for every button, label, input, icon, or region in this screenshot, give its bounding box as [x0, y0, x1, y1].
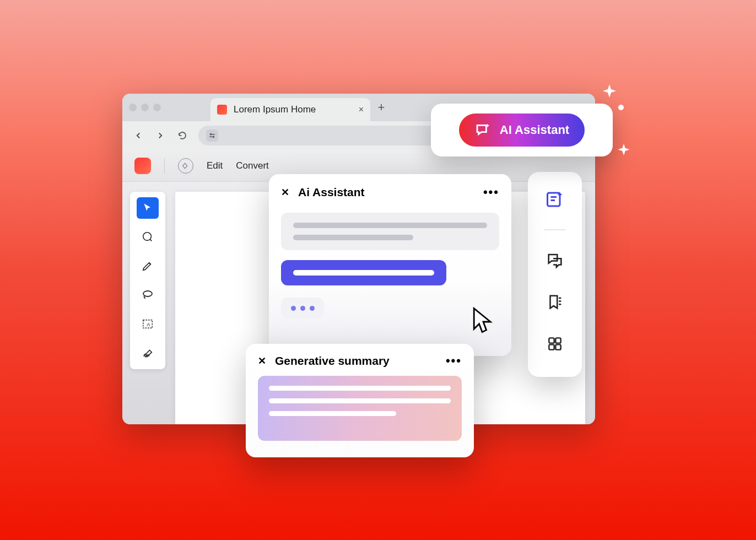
assistant-message	[281, 213, 499, 250]
svg-rect-16	[555, 344, 560, 349]
pan-tool-icon[interactable]	[178, 158, 193, 174]
text-placeholder	[293, 223, 487, 228]
menu-edit[interactable]: Edit	[207, 160, 223, 171]
more-icon[interactable]: •••	[446, 354, 462, 368]
sign-tool[interactable]	[137, 342, 159, 364]
svg-rect-15	[549, 344, 554, 349]
tab-favicon	[217, 105, 227, 115]
new-tab-button[interactable]: +	[370, 100, 392, 115]
select-tool[interactable]	[137, 197, 159, 219]
left-toolbar: A	[130, 192, 165, 369]
ai-assistant-chip: AI Assistant	[431, 104, 613, 156]
ai-assistant-button[interactable]: AI Assistant	[459, 114, 585, 147]
assistant-panel-title: Ai Assistant	[298, 186, 474, 199]
svg-point-6	[143, 291, 152, 296]
summary-content	[258, 376, 462, 441]
window-dot-2[interactable]	[141, 104, 149, 111]
close-icon[interactable]: ✕	[281, 186, 289, 198]
highlight-tool[interactable]	[137, 255, 159, 277]
back-button[interactable]	[132, 129, 144, 142]
text-placeholder	[293, 270, 434, 276]
reload-button[interactable]	[176, 129, 188, 142]
user-message	[281, 260, 446, 285]
svg-point-5	[143, 233, 152, 241]
close-icon[interactable]: ✕	[258, 355, 266, 367]
close-tab-icon[interactable]: ×	[359, 105, 364, 115]
forward-button[interactable]	[154, 129, 166, 142]
svg-point-2	[213, 136, 214, 137]
typing-indicator	[281, 298, 324, 318]
site-settings-icon[interactable]	[206, 129, 218, 142]
svg-rect-13	[549, 338, 554, 343]
text-placeholder	[293, 235, 413, 240]
app-logo[interactable]	[134, 158, 151, 174]
window-dot-1[interactable]	[129, 104, 137, 111]
more-icon[interactable]: •••	[483, 185, 499, 199]
cursor-icon	[471, 306, 496, 337]
toolbar-divider	[164, 158, 165, 174]
summary-panel: ✕ Generative summary •••	[246, 344, 474, 457]
apps-icon[interactable]	[543, 332, 567, 356]
tab-title: Lorem Ipsum Home	[234, 104, 352, 115]
lasso-tool[interactable]	[137, 284, 159, 306]
svg-point-0	[210, 134, 212, 135]
ai-assistant-label: AI Assistant	[500, 123, 569, 137]
svg-rect-14	[555, 338, 560, 343]
window-controls	[129, 104, 161, 111]
svg-text:A: A	[147, 322, 150, 327]
strip-divider	[544, 229, 566, 230]
svg-point-17	[618, 105, 624, 110]
summary-panel-title: Generative summary	[275, 354, 437, 368]
ai-notes-icon[interactable]	[543, 187, 567, 212]
comments-icon[interactable]	[543, 248, 567, 272]
text-area-tool[interactable]: A	[137, 314, 159, 335]
text-placeholder	[269, 398, 451, 403]
right-tool-strip	[528, 172, 582, 377]
browser-tab[interactable]: Lorem Ipsum Home ×	[210, 98, 370, 121]
menu-convert[interactable]: Convert	[236, 160, 269, 171]
comment-tool[interactable]	[137, 226, 159, 248]
window-dot-3[interactable]	[153, 104, 161, 111]
text-placeholder	[269, 386, 451, 391]
text-placeholder	[269, 411, 396, 416]
bookmark-icon[interactable]	[543, 290, 567, 314]
